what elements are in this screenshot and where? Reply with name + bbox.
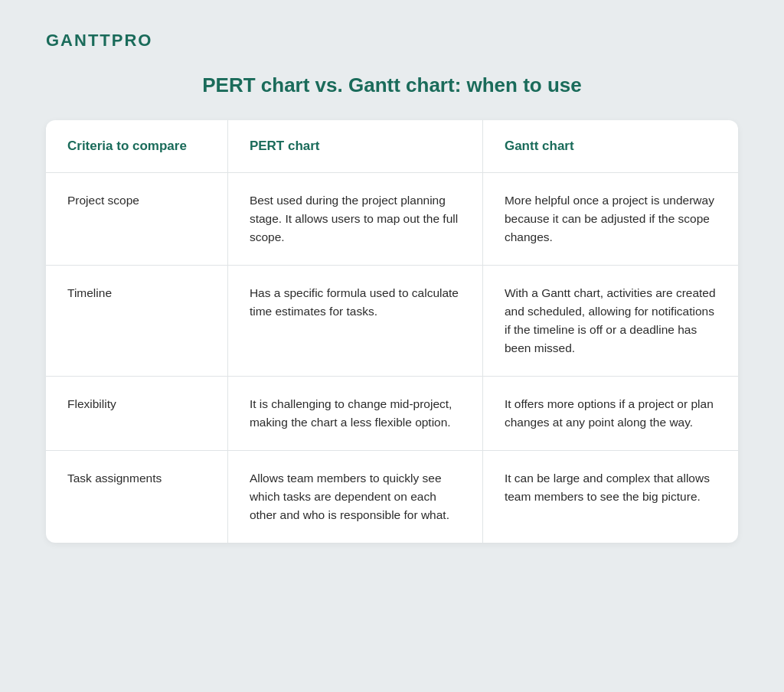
table-row: Task assignments Allows team members to … (46, 451, 738, 543)
table-row: Timeline Has a specific formula used to … (46, 266, 738, 377)
comparison-table: Criteria to compare PERT chart Gantt cha… (46, 120, 738, 543)
gantt-cell-0: More helpful once a project is underway … (483, 173, 738, 265)
criteria-cell-1: Timeline (46, 266, 228, 376)
table-header: Criteria to compare PERT chart Gantt cha… (46, 120, 738, 173)
table-row: Flexibility It is challenging to change … (46, 377, 738, 451)
gantt-cell-3: It can be large and complex that allows … (483, 451, 738, 543)
logo-text: GANTTPRO (46, 31, 152, 50)
pert-cell-0: Best used during the project planning st… (228, 173, 483, 265)
gantt-cell-1: With a Gantt chart, activities are creat… (483, 266, 738, 376)
page-title: PERT chart vs. Gantt chart: when to use (202, 73, 582, 97)
criteria-cell-3: Task assignments (46, 451, 228, 543)
col-header-gantt: Gantt chart (483, 120, 738, 172)
col-header-pert: PERT chart (228, 120, 483, 172)
criteria-cell-2: Flexibility (46, 377, 228, 450)
gantt-cell-2: It offers more options if a project or p… (483, 377, 738, 450)
col-header-criteria: Criteria to compare (46, 120, 228, 172)
pert-cell-2: It is challenging to change mid-project,… (228, 377, 483, 450)
pert-cell-1: Has a specific formula used to calculate… (228, 266, 483, 376)
criteria-cell-0: Project scope (46, 173, 228, 265)
logo-area: GANTTPRO (46, 31, 152, 51)
pert-cell-3: Allows team members to quickly see which… (228, 451, 483, 543)
table-row: Project scope Best used during the proje… (46, 173, 738, 266)
